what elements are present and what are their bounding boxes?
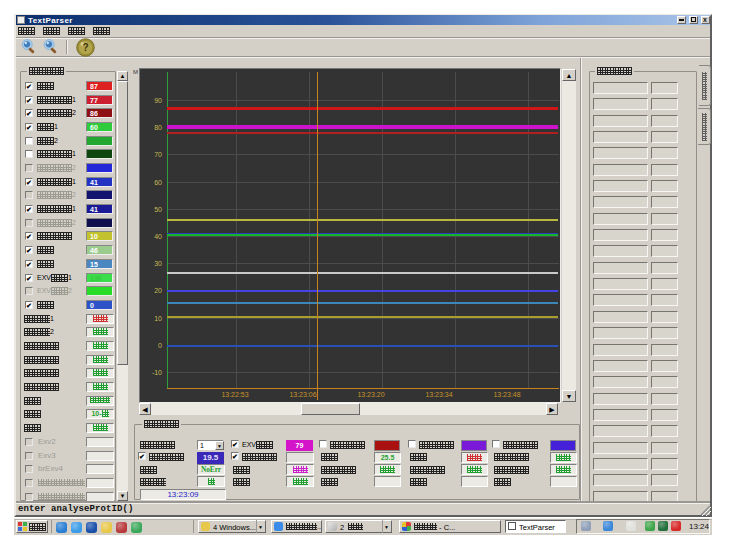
svg-text:?: ? bbox=[82, 42, 88, 53]
